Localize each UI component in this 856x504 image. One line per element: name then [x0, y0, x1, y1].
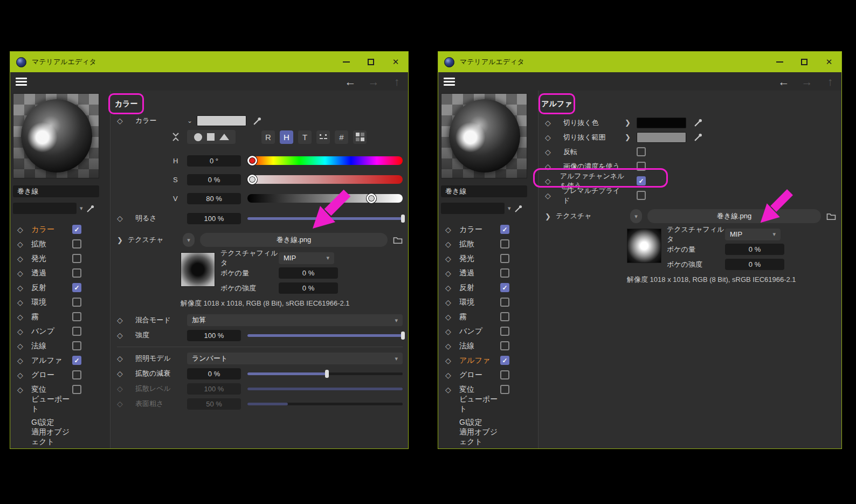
material-name-field[interactable]: 巻き線 [441, 185, 527, 197]
saturation-slider[interactable] [247, 175, 403, 184]
expander-icon[interactable]: ❯ [625, 119, 637, 127]
channel-checkbox[interactable] [500, 327, 509, 336]
sidebar-item-environment[interactable]: ◇環境 [440, 295, 536, 309]
eyedropper-icon[interactable] [253, 116, 262, 126]
eyedropper-icon[interactable] [694, 118, 703, 127]
diffuse-falloff-slider[interactable] [247, 372, 403, 375]
sidebar-item-glow[interactable]: ◇グロー [12, 368, 108, 382]
slider-knob[interactable] [401, 332, 405, 340]
sidebar-item-alpha[interactable]: ◇アルファ✓ [440, 353, 536, 368]
channel-checkbox[interactable]: ✓ [500, 283, 509, 292]
sidebar-item-reflectance[interactable]: ◇反射✓ [12, 280, 108, 295]
material-preview[interactable] [441, 93, 527, 178]
sidebar-item-bump[interactable]: ◇バンプ [12, 324, 108, 339]
sidebar-item-luminance[interactable]: ◇発光 [440, 251, 536, 266]
premultiplied-checkbox[interactable] [637, 191, 646, 200]
layer-select-field[interactable] [441, 203, 505, 214]
channel-checkbox[interactable]: ✓ [72, 225, 81, 234]
sidebar-item-assignment[interactable]: ◇適用オブジェクト [12, 430, 108, 444]
hex-mode-button[interactable]: # [335, 130, 348, 144]
mode-t-button[interactable]: T [298, 130, 312, 144]
sidebar-item-normal[interactable]: ◇法線 [440, 339, 536, 353]
image-alpha-checkbox[interactable] [637, 162, 646, 171]
channel-checkbox[interactable] [500, 298, 509, 307]
texture-filename-field[interactable]: 巻き線.png [200, 233, 388, 247]
channel-checkbox[interactable] [500, 370, 509, 379]
maximize-button[interactable] [358, 52, 383, 72]
mode-h-button[interactable]: H [280, 130, 293, 144]
value-value-field[interactable]: 80 % [187, 193, 241, 204]
strength-value-field[interactable]: 100 % [187, 330, 241, 341]
dropdown-icon[interactable]: ▾ [80, 205, 83, 212]
channel-checkbox[interactable]: ✓ [72, 356, 81, 365]
channel-checkbox[interactable] [72, 239, 81, 248]
nav-back-icon[interactable]: ← [778, 76, 790, 87]
texture-thumbnail[interactable] [627, 229, 661, 263]
value-slider[interactable] [247, 194, 403, 203]
channel-checkbox[interactable] [72, 268, 81, 278]
expander-icon[interactable]: ❯ [545, 212, 551, 220]
sidebar-item-diffusion[interactable]: ◇拡散 [440, 237, 536, 251]
channel-checkbox[interactable] [72, 341, 81, 350]
folder-icon[interactable] [393, 236, 403, 244]
texture-dropdown-button[interactable]: ▾ [630, 209, 642, 223]
eyedropper-icon[interactable] [86, 204, 95, 213]
sidebar-item-bump[interactable]: ◇バンプ [440, 324, 536, 339]
minimize-button[interactable] [334, 52, 358, 72]
channel-checkbox[interactable] [500, 268, 509, 278]
blur-offset-field[interactable]: 0 % [725, 244, 784, 255]
sidebar-item-fog[interactable]: ◇霧 [12, 309, 108, 324]
lighting-model-dropdown[interactable]: ランバート ▾ [187, 353, 403, 364]
layer-select-field[interactable] [13, 203, 77, 214]
texture-filter-dropdown[interactable]: MIP ▾ [725, 229, 781, 240]
color-square-icon[interactable] [207, 133, 215, 141]
gradient-icon[interactable] [219, 134, 229, 140]
expander-icon[interactable]: ❯ [117, 236, 123, 244]
sidebar-item-assignment[interactable]: ◇適用オブジェクト [440, 430, 536, 444]
mode-r-button[interactable]: R [261, 130, 275, 144]
channel-checkbox[interactable] [72, 327, 81, 336]
sidebar-item-color[interactable]: ◇カラー✓ [440, 222, 536, 237]
channel-checkbox[interactable] [72, 370, 81, 379]
color-wheel-icon[interactable] [194, 133, 202, 141]
menu-icon[interactable] [444, 78, 455, 86]
channel-checkbox[interactable]: ✓ [500, 356, 509, 365]
collapse-icon[interactable] [172, 132, 180, 142]
sidebar-item-reflectance[interactable]: ◇反射✓ [440, 280, 536, 295]
sidebar-item-glow[interactable]: ◇グロー [440, 368, 536, 382]
sidebar-item-viewport[interactable]: ◇ビューポート [12, 397, 108, 411]
saturation-slider-knob[interactable] [247, 175, 257, 184]
sidebar-item-color[interactable]: ◇カラー✓ [12, 222, 108, 237]
brightness-value-field[interactable]: 100 % [187, 213, 241, 224]
channel-checkbox[interactable]: ✓ [500, 225, 509, 234]
clip-range-swatch[interactable] [637, 132, 686, 143]
spinner-fields-icon[interactable] [316, 130, 330, 144]
channel-checkbox[interactable] [72, 385, 81, 394]
channel-checkbox[interactable] [72, 312, 81, 321]
channel-checkbox[interactable] [500, 312, 509, 321]
swatch-grid-icon[interactable] [353, 130, 367, 144]
clip-color-swatch[interactable] [637, 118, 686, 128]
value-slider-knob[interactable] [367, 194, 376, 203]
sidebar-item-normal[interactable]: ◇法線 [12, 339, 108, 353]
sidebar-item-fog[interactable]: ◇霧 [440, 309, 536, 324]
sidebar-item-viewport[interactable]: ◇ビューポート [440, 397, 536, 411]
brightness-slider[interactable] [247, 217, 403, 220]
texture-filename-field[interactable]: 巻き線.png [647, 209, 821, 223]
sidebar-item-luminance[interactable]: ◇発光 [12, 251, 108, 266]
texture-thumbnail[interactable] [181, 252, 215, 287]
material-name-field[interactable]: 巻き線 [13, 185, 99, 197]
channel-checkbox[interactable] [500, 254, 509, 263]
alpha-channel-checkbox[interactable]: ✓ [637, 176, 646, 185]
blur-scale-field[interactable]: 0 % [725, 259, 784, 270]
saturation-value-field[interactable]: 0 % [187, 174, 241, 185]
nav-back-icon[interactable]: ← [344, 76, 356, 87]
hue-slider[interactable] [247, 156, 403, 165]
channel-checkbox[interactable] [500, 239, 509, 248]
expander-icon[interactable]: ❯ [625, 133, 637, 141]
texture-dropdown-button[interactable]: ▾ [183, 233, 195, 247]
blur-offset-field[interactable]: 0 % [279, 267, 338, 279]
sidebar-item-transparency[interactable]: ◇透過 [440, 266, 536, 280]
folder-icon[interactable] [826, 212, 836, 220]
channel-checkbox[interactable] [500, 385, 509, 394]
